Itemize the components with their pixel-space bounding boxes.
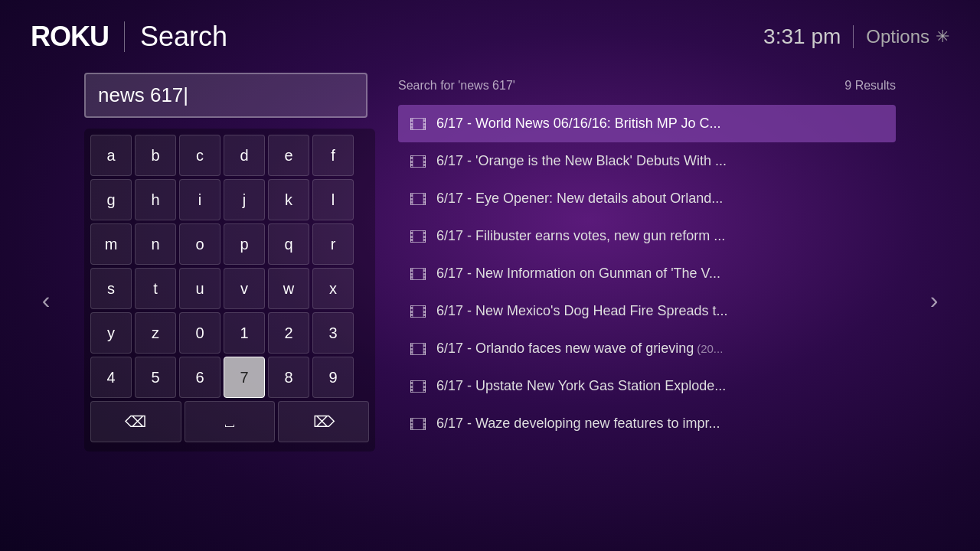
key-i[interactable]: i: [179, 179, 220, 220]
key-0[interactable]: 0: [179, 312, 220, 354]
key-n[interactable]: n: [135, 223, 176, 265]
result-text: 6/17 - Upstate New York Gas Station Expl…: [436, 378, 726, 394]
header-right-divider: [853, 25, 854, 48]
key-a[interactable]: a: [90, 135, 132, 176]
key-backspace[interactable]: ⌦: [278, 401, 369, 442]
key-g[interactable]: g: [90, 179, 132, 220]
result-text: 6/17 - Waze developing new features to i…: [436, 416, 720, 432]
backspace-icon: ⌦: [313, 412, 335, 431]
key-j[interactable]: j: [224, 179, 265, 220]
key-9[interactable]: 9: [312, 357, 354, 398]
key-y[interactable]: y: [90, 312, 132, 354]
key-delete[interactable]: ⌫: [90, 401, 181, 442]
key-s[interactable]: s: [90, 268, 132, 309]
film-icon: [410, 418, 426, 430]
result-item[interactable]: 6/17 - Filibuster earns votes, new gun r…: [398, 217, 896, 255]
key-6[interactable]: 6: [179, 357, 220, 398]
keyboard-row-2: g h i j k l: [90, 179, 369, 220]
result-text: 6/17 - Filibuster earns votes, new gun r…: [436, 228, 725, 244]
key-3[interactable]: 3: [312, 312, 354, 354]
header-divider: [124, 21, 125, 52]
key-q[interactable]: q: [268, 223, 309, 265]
keyboard-row-5: y z 0 1 2 3: [90, 312, 369, 354]
result-item[interactable]: 6/17 - Orlando faces new wave of grievin…: [398, 330, 896, 367]
nav-right-arrow[interactable]: ›: [919, 286, 949, 315]
keyboard-panel: news 617| a b c d e f g h i j k l: [84, 73, 375, 452]
keyboard-row-1: a b c d e f: [90, 135, 369, 176]
result-item[interactable]: 6/17 - New Information on Gunman of 'The…: [398, 255, 896, 292]
header: ROKU Search 3:31 pm Options ✳: [0, 0, 980, 73]
options-label: Options: [866, 26, 929, 47]
keyboard-row-6: 4 5 6 7 8 9: [90, 357, 369, 398]
search-input[interactable]: news 617|: [84, 73, 368, 118]
result-item[interactable]: 6/17 - New Mexico's Dog Head Fire Spread…: [398, 292, 896, 330]
space-icon: ⎵: [225, 413, 234, 431]
clock-display: 3:31 pm: [763, 24, 841, 49]
keyboard-action-row: ⌫ ⎵ ⌦: [90, 401, 369, 442]
key-c[interactable]: c: [179, 135, 220, 176]
result-item[interactable]: 6/17 - Waze developing new features to i…: [398, 405, 896, 442]
key-m[interactable]: m: [90, 223, 132, 265]
film-icon: [410, 305, 426, 318]
film-icon: [410, 343, 426, 355]
keyboard-row-3: m n o p q r: [90, 223, 369, 265]
keyboard: a b c d e f g h i j k l m n o p: [84, 129, 375, 452]
key-b[interactable]: b: [135, 135, 176, 176]
result-item[interactable]: 6/17 - Eye Opener: New details about Orl…: [398, 180, 896, 217]
key-7[interactable]: 7: [224, 357, 265, 398]
key-space[interactable]: ⎵: [185, 401, 276, 442]
key-r[interactable]: r: [312, 223, 354, 265]
key-5[interactable]: 5: [135, 357, 176, 398]
result-item[interactable]: 6/17 - World News 06/16/16: British MP J…: [398, 105, 896, 142]
film-icon: [410, 380, 426, 393]
result-item[interactable]: 6/17 - 'Orange is the New Black' Debuts …: [398, 142, 896, 180]
nav-left-arrow[interactable]: ‹: [31, 286, 61, 315]
search-hint: Search for 'news 617': [398, 79, 515, 93]
roku-logo: ROKU: [31, 21, 109, 53]
key-e[interactable]: e: [268, 135, 309, 176]
keyboard-row-4: s t u v w x: [90, 268, 369, 309]
key-x[interactable]: x: [312, 268, 354, 309]
key-p[interactable]: p: [224, 223, 265, 265]
key-v[interactable]: v: [224, 268, 265, 309]
film-icon: [410, 118, 426, 130]
key-h[interactable]: h: [135, 179, 176, 220]
key-8[interactable]: 8: [268, 357, 309, 398]
main-content: ‹ news 617| a b c d e f g h i j k: [0, 73, 980, 452]
result-badge: (20...: [697, 342, 723, 355]
result-text: 6/17 - New Mexico's Dog Head Fire Spread…: [436, 303, 728, 319]
key-z[interactable]: z: [135, 312, 176, 354]
key-l[interactable]: l: [312, 179, 354, 220]
result-text: 6/17 - Eye Opener: New details about Orl…: [436, 191, 723, 207]
key-o[interactable]: o: [179, 223, 220, 265]
film-icon: [410, 230, 426, 243]
results-list: 6/17 - World News 06/16/16: British MP J…: [398, 105, 896, 442]
key-2[interactable]: 2: [268, 312, 309, 354]
search-input-container: news 617|: [84, 73, 375, 118]
delete-icon: ⌫: [125, 412, 146, 431]
film-icon: [410, 193, 426, 205]
key-t[interactable]: t: [135, 268, 176, 309]
result-text: 6/17 - New Information on Gunman of 'The…: [436, 266, 720, 282]
result-text: 6/17 - World News 06/16/16: British MP J…: [436, 116, 721, 132]
result-text: 6/17 - Orlando faces new wave of grievin…: [436, 341, 723, 357]
results-panel: Search for 'news 617' 9 Results 6/17 - W…: [398, 73, 896, 452]
key-w[interactable]: w: [268, 268, 309, 309]
key-f[interactable]: f: [312, 135, 354, 176]
header-right: 3:31 pm Options ✳: [763, 24, 949, 49]
page-title: Search: [140, 21, 227, 53]
options-button[interactable]: Options ✳: [866, 26, 949, 47]
key-4[interactable]: 4: [90, 357, 132, 398]
result-text: 6/17 - 'Orange is the New Black' Debuts …: [436, 153, 727, 169]
key-1[interactable]: 1: [224, 312, 265, 354]
results-count: 9 Results: [844, 79, 896, 93]
film-icon: [410, 155, 426, 168]
film-icon: [410, 268, 426, 280]
key-d[interactable]: d: [224, 135, 265, 176]
result-item[interactable]: 6/17 - Upstate New York Gas Station Expl…: [398, 367, 896, 405]
options-star-icon: ✳: [936, 27, 949, 47]
results-header: Search for 'news 617' 9 Results: [398, 73, 896, 105]
key-k[interactable]: k: [268, 179, 309, 220]
key-u[interactable]: u: [179, 268, 220, 309]
